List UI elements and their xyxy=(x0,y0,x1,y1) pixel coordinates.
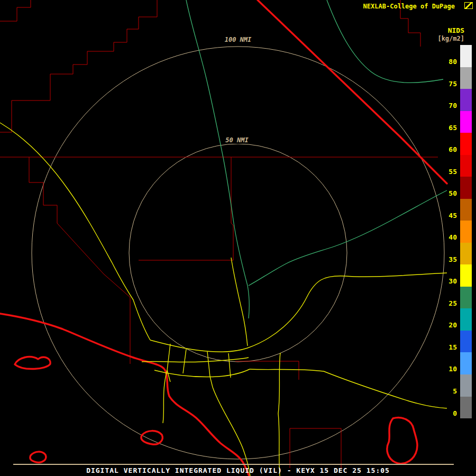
county-line xyxy=(29,157,130,364)
colorbar-tick-label: 50 xyxy=(433,182,457,205)
highways xyxy=(0,123,447,476)
colorbar-tick-label: 15 xyxy=(433,336,457,359)
colorbar-tick-label: 60 xyxy=(433,139,457,161)
county-boundaries xyxy=(0,0,438,468)
radar-map xyxy=(0,0,476,476)
coastline-and-boundaries xyxy=(0,0,447,476)
island-outline xyxy=(30,452,46,462)
highway-line xyxy=(150,340,248,352)
highway-line xyxy=(248,273,447,348)
colorbar-segment xyxy=(460,221,472,243)
colorbar-tick-label: 65 xyxy=(433,117,457,139)
colorbar-tick-label: 0 xyxy=(433,402,457,425)
colorbar-tick-label: 20 xyxy=(433,314,457,336)
river-line xyxy=(249,190,447,286)
state-line xyxy=(258,0,447,184)
colorbar-tick-label: 25 xyxy=(433,292,457,315)
colorbar-tick-label: 75 xyxy=(433,73,457,95)
colorbar-segment xyxy=(460,374,472,397)
radar-display: NEXLAB-College of DuPage NIDS [kg/m2] 80… xyxy=(0,0,476,476)
colorbar-segment xyxy=(460,331,472,353)
county-line xyxy=(0,0,157,132)
highway-line xyxy=(213,387,250,476)
river-line xyxy=(327,0,443,83)
units-label: [kg/m2] xyxy=(437,35,464,42)
colorbar-tick-label: 30 xyxy=(433,270,457,292)
county-line xyxy=(290,428,341,468)
range-rings xyxy=(32,47,444,459)
island-outline xyxy=(15,357,50,369)
county-line xyxy=(235,361,299,380)
nexlab-logo-icon xyxy=(464,2,473,9)
range-ring-label-50nmi: 50 NMI xyxy=(224,136,250,144)
colorbar-tick-label: 55 xyxy=(433,161,457,183)
colorbar-segment xyxy=(460,133,472,155)
highway-line xyxy=(207,352,213,387)
colorbar-tick-label: 80 xyxy=(433,51,457,73)
colorbar-tick-label: 40 xyxy=(433,226,457,249)
range-ring-label-100nmi: 100 NMI xyxy=(223,36,253,43)
colorbar-segment xyxy=(460,287,472,309)
highway-line xyxy=(231,258,248,346)
range-ring-100nmi xyxy=(32,47,444,459)
island-outline xyxy=(141,431,162,445)
product-title: DIGITAL VERTICALLY INTEGRATED LIQUID (VI… xyxy=(0,466,476,474)
highway-line xyxy=(278,353,280,476)
colorbar-tick-label: 10 xyxy=(433,358,457,380)
colorbar-segment xyxy=(460,308,472,331)
highway-line xyxy=(0,123,150,340)
colorbar-tick-label: 35 xyxy=(433,249,457,271)
colorbar-segment xyxy=(460,352,472,374)
colorbar-segment xyxy=(460,264,472,287)
highway-line xyxy=(183,349,186,373)
data-source-label: NEXLAB-College of DuPage xyxy=(363,3,455,10)
county-line xyxy=(0,0,31,21)
nids-label: NIDS xyxy=(448,26,464,34)
island-outline xyxy=(387,418,417,464)
footer-divider xyxy=(13,464,454,465)
colorbar-segment xyxy=(460,111,472,133)
colorbar-segment xyxy=(460,397,472,419)
colorbar-segment xyxy=(460,45,472,67)
rivers xyxy=(186,0,447,318)
colorbar xyxy=(460,45,472,418)
colorbar-segment xyxy=(460,199,472,221)
colorbar-segment xyxy=(460,177,472,199)
colorbar-segment xyxy=(460,67,472,89)
colorbar-segment xyxy=(460,155,472,177)
colorbar-tick-label: 45 xyxy=(433,205,457,227)
colorbar-labels: 80757065605550454035302520151050 xyxy=(433,51,457,424)
highway-line xyxy=(228,353,231,378)
colorbar-segment xyxy=(460,243,472,265)
colorbar-tick-label: 70 xyxy=(433,95,457,117)
colorbar-segment xyxy=(460,89,472,111)
colorbar-tick-label: 5 xyxy=(433,380,457,402)
